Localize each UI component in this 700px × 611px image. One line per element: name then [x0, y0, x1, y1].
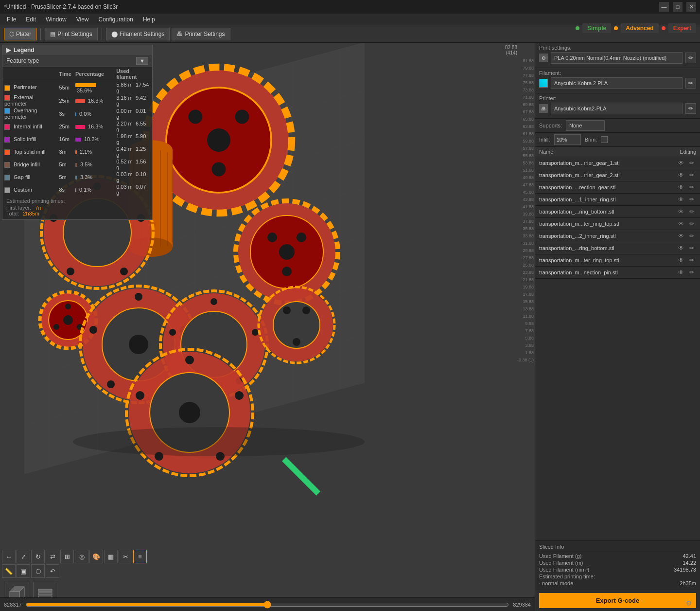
sliced-info-row: · normal mode 2h35m [539, 580, 696, 586]
object-edit-btn[interactable]: ✏ [687, 244, 696, 252]
filament-dropdown[interactable]: Anycubic Kobra 2 PLA [551, 77, 682, 89]
tab-filament-settings[interactable]: ⬤ Filament Settings [106, 28, 170, 40]
object-list-item[interactable]: transportation_m...ter_ring_top.stl 👁 ✏ [535, 218, 700, 230]
object-visibility-btn[interactable]: 👁 [677, 268, 685, 277]
menu-edit[interactable]: Edit [21, 15, 41, 24]
object-visibility-btn[interactable]: 👁 [677, 232, 685, 240]
print-settings-edit-btn[interactable]: ✏ [685, 53, 696, 63]
svg-point-10 [207, 128, 230, 152]
legend-row-time: 8s [57, 183, 73, 196]
object-edit-btn[interactable]: ✏ [687, 159, 696, 167]
filament-label: Filament: [539, 70, 696, 76]
plater-icon: ⬡ [9, 31, 14, 37]
rotate-tool[interactable]: ↻ [31, 550, 45, 563]
object-visibility-btn[interactable]: 👁 [677, 207, 685, 216]
object-edit-btn[interactable]: ✏ [687, 268, 696, 277]
object-actions: 👁 ✏ [677, 268, 696, 277]
menu-configuration[interactable]: Configuration [94, 15, 138, 24]
export-gcode-button[interactable]: Export G-code [539, 593, 696, 608]
object-visibility-btn[interactable]: 👁 [677, 244, 685, 252]
object-list-item[interactable]: transportation_m...rrier_gear_1.stl 👁 ✏ [535, 157, 700, 169]
sliced-key: Used Filament (m) [539, 560, 583, 566]
svg-point-29 [279, 244, 295, 260]
sliced-info-row: Used Filament (mm³) 34198.73 [539, 567, 696, 573]
tab-printer-settings[interactable]: 🖶 Printer Settings [172, 28, 230, 40]
minimize-button[interactable]: — [659, 2, 669, 12]
object-edit-btn[interactable]: ✏ [687, 232, 696, 240]
undo-tool[interactable]: ↶ [46, 564, 59, 578]
object-visibility-btn[interactable]: 👁 [677, 183, 685, 192]
tab-plater[interactable]: ⬡ Plater [4, 28, 36, 40]
object-list-item[interactable]: transportation_...2_inner_ring.stl 👁 ✏ [535, 230, 700, 242]
cut-tool[interactable]: ✂ [119, 550, 132, 563]
ruler-top-info: 82.88 (414) [505, 45, 517, 55]
object-visibility-btn[interactable]: 👁 [677, 256, 685, 265]
object-list-item[interactable]: transportation_m...ter_ring_top.stl 👁 ✏ [535, 254, 700, 267]
printer-label: Printer: [539, 95, 696, 101]
object-list-item[interactable]: transportation_...ring_bottom.stl 👁 ✏ [535, 242, 700, 254]
legend-col-empty [2, 67, 57, 81]
object-list-item[interactable]: transportation_...rection_gear.stl 👁 ✏ [535, 181, 700, 194]
support-tool[interactable]: ⊞ [60, 550, 74, 563]
brim-checkbox[interactable] [601, 136, 608, 143]
object-edit-btn[interactable]: ✏ [687, 171, 696, 180]
mode-simple-button[interactable]: Simple [582, 23, 611, 33]
print-settings-label: Print settings: [539, 45, 696, 51]
maximize-button[interactable]: □ [673, 2, 682, 12]
mode-expert-button[interactable]: Expert [668, 23, 696, 33]
settings-gear-icon[interactable]: ⚙ [682, 597, 696, 609]
infill-input[interactable] [554, 134, 581, 145]
measure-tool[interactable]: 📏 [2, 564, 16, 578]
object-name: transportation_m...rrier_gear_1.stl [539, 160, 677, 166]
legend-row-filament: 0.52 m 1.56 g [114, 158, 152, 171]
fill-tool[interactable]: ▣ [17, 564, 30, 578]
printer-dropdown[interactable]: Anycubic Kobra2-PLA [551, 103, 682, 114]
object-list-item[interactable]: transportation_m...rrier_gear_2.stl 👁 ✏ [535, 169, 700, 181]
supports-label: Supports: [539, 123, 562, 128]
object-visibility-btn[interactable]: 👁 [677, 219, 685, 228]
printer-edit-btn[interactable]: ✏ [685, 103, 696, 114]
close-button[interactable]: ✕ [686, 2, 696, 12]
object-edit-btn[interactable]: ✏ [687, 256, 696, 265]
sliced-info-row: Estimated printing time: [539, 574, 696, 579]
seam-tool[interactable]: ◎ [75, 550, 88, 563]
filament-color-swatch[interactable] [539, 79, 548, 88]
object-list-item[interactable]: transportation_...ring_bottom.stl 👁 ✏ [535, 206, 700, 218]
layer-tool[interactable]: ≡ [133, 550, 147, 563]
scale-tool[interactable]: ⤢ [17, 550, 30, 563]
object-edit-btn[interactable]: ✏ [687, 207, 696, 216]
filament-edit-btn[interactable]: ✏ [685, 78, 696, 89]
tab-print-settings[interactable]: ▤ Print Settings [45, 28, 97, 40]
select-tool[interactable]: ⬡ [31, 564, 45, 578]
svg-point-65 [169, 329, 176, 336]
print-settings-dropdown[interactable]: PLA 0.20mm Normal(0.4mm Nozzle) (modifie… [551, 52, 682, 64]
menu-view[interactable]: View [71, 15, 94, 24]
supports-dropdown[interactable]: None [566, 120, 605, 131]
object-edit-btn[interactable]: ✏ [687, 219, 696, 228]
menu-help[interactable]: Help [138, 15, 160, 24]
object-visibility-btn[interactable]: 👁 [677, 171, 685, 180]
feature-type-dropdown-btn[interactable]: ▼ [136, 57, 148, 65]
bottom-slider[interactable] [26, 601, 509, 609]
object-edit-btn[interactable]: ✏ [687, 195, 696, 204]
svg-point-56 [129, 335, 148, 354]
object-actions: 👁 ✏ [677, 219, 696, 228]
object-name: transportation_m...ter_ring_top.stl [539, 257, 677, 263]
legend-row-name: Bridge infill [14, 162, 40, 167]
object-list-item[interactable]: transportation_...1_inner_ring.stl 👁 ✏ [535, 194, 700, 206]
object-visibility-btn[interactable]: 👁 [677, 159, 685, 167]
move-tool[interactable]: ↔ [2, 550, 16, 563]
legend-panel: ▶ Legend Feature type ▼ Time Percentage … [2, 45, 153, 220]
bottom-right-coord: 829384 [513, 602, 531, 608]
object-edit-btn[interactable]: ✏ [687, 183, 696, 192]
object-list-item[interactable]: transportation_m...nection_pin.stl 👁 ✏ [535, 267, 700, 279]
color-tool[interactable]: 🎨 [89, 550, 103, 563]
height-tool[interactable]: ▦ [104, 550, 118, 563]
mirror-tool[interactable]: ⇄ [46, 550, 59, 563]
object-visibility-btn[interactable]: 👁 [677, 195, 685, 204]
menu-window[interactable]: Window [41, 15, 71, 24]
mode-advanced-button[interactable]: Advanced [621, 23, 658, 33]
menu-file[interactable]: File [2, 15, 21, 24]
legend-row-pct: 16.3% [73, 120, 114, 133]
viewport-container[interactable]: ▶ Legend Feature type ▼ Time Percentage … [0, 43, 535, 611]
